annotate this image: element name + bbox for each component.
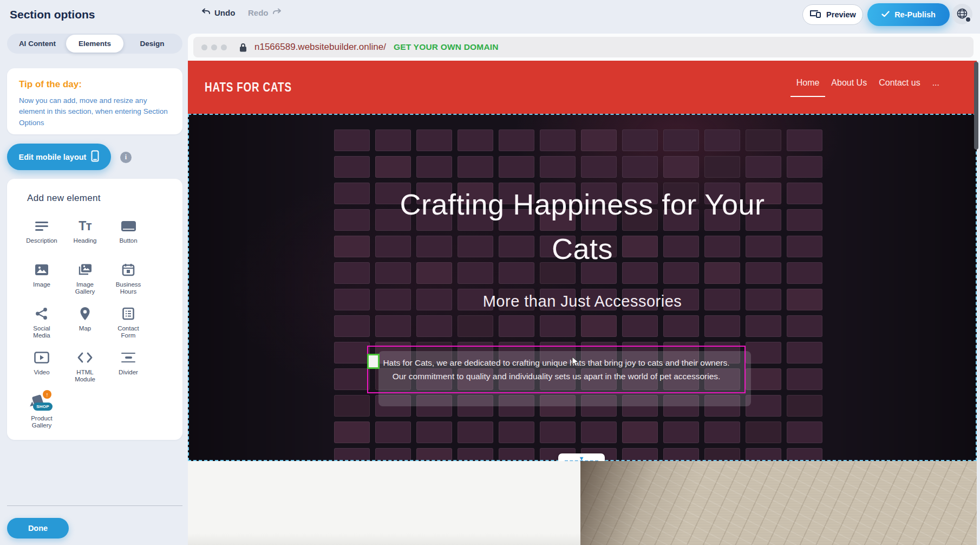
hero-tile xyxy=(540,156,576,178)
nav-about-us[interactable]: About Us xyxy=(825,74,873,96)
hero-tile xyxy=(787,183,822,204)
republish-label: Re-Publish xyxy=(894,10,936,19)
divider-icon xyxy=(121,348,135,367)
redo-button[interactable]: Redo xyxy=(245,8,285,18)
element-button[interactable]: Button xyxy=(107,217,150,261)
hero-tile xyxy=(416,156,452,178)
hero-tile xyxy=(787,368,822,390)
edit-mobile-label: Edit mobile layout xyxy=(19,153,87,161)
tip-of-the-day-card: Tip of the day: Now you can add, move an… xyxy=(7,68,182,134)
hero-tile xyxy=(375,156,411,178)
hero-tile xyxy=(663,129,699,151)
hero-tile xyxy=(663,156,699,178)
hero-tile xyxy=(458,421,493,443)
redo-icon xyxy=(272,8,282,17)
button-icon xyxy=(121,217,136,235)
address-bar[interactable]: n1566589.websitebuilder.online/ GET YOUR… xyxy=(193,37,974,57)
hero-tile xyxy=(540,421,576,443)
hero-tile xyxy=(334,448,370,461)
text-element-selection[interactable]: Hats for Cats, we are dedicated to craft… xyxy=(367,346,746,393)
tab-design[interactable]: Design xyxy=(123,35,181,53)
hero-tile xyxy=(375,315,411,337)
language-globe-button[interactable] xyxy=(952,4,972,24)
hero-tile xyxy=(334,183,370,204)
element-image-gallery[interactable]: Image Gallery xyxy=(63,261,107,304)
lock-icon xyxy=(239,43,247,52)
hero-tile xyxy=(581,421,617,443)
hero-tile xyxy=(746,156,781,178)
republish-button[interactable]: Re-Publish xyxy=(867,3,950,26)
hero-tile xyxy=(787,236,822,257)
html-code-icon xyxy=(77,348,93,367)
hero-tile xyxy=(663,448,699,461)
undo-button[interactable]: Undo xyxy=(198,8,238,18)
description-icon xyxy=(35,217,48,235)
nav-home[interactable]: Home xyxy=(790,74,826,97)
next-section-pavement-image xyxy=(580,461,977,545)
preview-button[interactable]: Preview xyxy=(802,4,863,25)
hero-tile xyxy=(416,448,452,461)
contact-form-icon xyxy=(122,304,135,323)
element-description[interactable]: Description xyxy=(20,217,63,261)
add-element-title: Add new element xyxy=(27,193,182,204)
element-divider[interactable]: Divider xyxy=(107,348,150,392)
devices-icon xyxy=(809,10,821,20)
next-section-blank xyxy=(188,461,580,545)
business-hours-icon xyxy=(122,261,135,279)
hero-tile xyxy=(499,421,534,443)
hero-tile xyxy=(416,129,452,151)
window-dot xyxy=(221,44,227,50)
hero-tile xyxy=(622,315,658,337)
hero-subheading[interactable]: More than Just Accessories xyxy=(189,293,976,310)
element-product-gallery[interactable]: ↑ SHOP Product Gallery xyxy=(20,392,63,436)
element-video[interactable]: Video xyxy=(20,348,63,392)
drag-handle[interactable] xyxy=(367,354,380,369)
get-your-own-domain-link[interactable]: GET YOUR OWN DOMAIN xyxy=(394,42,499,52)
undo-icon xyxy=(201,8,211,17)
add-new-element-panel: Add new element Description Tт Heading B… xyxy=(7,179,182,440)
done-button[interactable]: Done xyxy=(7,518,69,538)
element-social-media[interactable]: Social Media xyxy=(20,304,63,348)
hero-heading[interactable]: Crafting Happiness for Your Cats xyxy=(398,182,767,271)
site-logo[interactable]: HATS FOR CATS xyxy=(205,80,292,95)
hero-tile xyxy=(458,315,493,337)
hero-paragraph-line2: Our commitment to quality and individual… xyxy=(368,369,744,383)
nav-more[interactable]: ... xyxy=(926,74,945,96)
site-nav: Home About Us Contact us ... xyxy=(790,74,945,97)
element-contact-form[interactable]: Contact Form xyxy=(107,304,150,348)
hero-tile xyxy=(787,395,822,417)
hero-tile xyxy=(787,129,822,151)
hero-paragraph-line1: Hats for Cats, we are dedicated to craft… xyxy=(368,356,744,369)
hero-tile xyxy=(416,421,452,443)
tab-elements[interactable]: Elements xyxy=(66,35,123,53)
hero-tile xyxy=(499,156,534,178)
hero-tile xyxy=(787,156,822,178)
nav-contact-us[interactable]: Contact us xyxy=(873,74,926,96)
element-map[interactable]: Map xyxy=(63,304,107,348)
hero-tile xyxy=(458,156,493,178)
hero-tile xyxy=(746,129,781,151)
map-pin-icon xyxy=(80,304,90,323)
element-html-module[interactable]: HTML Module xyxy=(63,348,107,392)
heading-icon: Tт xyxy=(79,217,91,235)
element-business-hours[interactable]: Business Hours xyxy=(107,261,150,304)
tab-ai-content[interactable]: AI Content xyxy=(9,35,66,53)
edit-mobile-layout-button[interactable]: Edit mobile layout xyxy=(7,144,111,170)
info-icon[interactable]: i xyxy=(120,152,132,163)
check-icon xyxy=(881,10,890,19)
window-dot xyxy=(211,44,217,50)
mouse-cursor xyxy=(572,356,579,369)
window-dot xyxy=(201,44,207,50)
element-image[interactable]: Image xyxy=(20,261,63,304)
element-heading[interactable]: Tт Heading xyxy=(63,217,107,261)
image-gallery-icon xyxy=(77,261,93,279)
hero-tile xyxy=(622,448,658,461)
hero-tile xyxy=(416,315,452,337)
hero-tile xyxy=(622,129,658,151)
hero-tile xyxy=(581,156,617,178)
hero-section-selected[interactable]: Crafting Happiness for Your Cats More th… xyxy=(188,114,977,461)
hero-tile xyxy=(787,209,822,231)
hero-tile xyxy=(334,421,370,443)
preview-scrollbar[interactable] xyxy=(974,62,978,150)
hero-tile xyxy=(375,129,411,151)
